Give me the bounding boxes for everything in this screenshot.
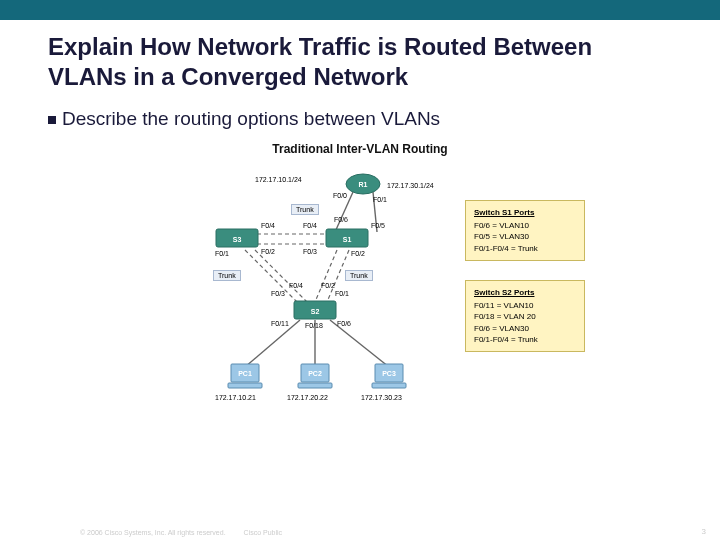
portbox-s2-line: F0/18 = VLAN 20 (474, 311, 576, 322)
pc-icon: PC1 (227, 362, 263, 390)
svg-text:S1: S1 (343, 236, 352, 243)
svg-rect-26 (372, 383, 406, 388)
portbox-s1-line: F0/5 = VLAN30 (474, 231, 576, 242)
bullet-square-icon (48, 116, 56, 124)
pc-icon: PC3 (371, 362, 407, 390)
pc3-ip: 172.17.30.23 (361, 394, 402, 401)
s1-port-tl: F0/4 (303, 222, 317, 229)
switch-icon: S3 (215, 228, 259, 250)
footer-copyright: © 2006 Cisco Systems, Inc. All rights re… (80, 529, 226, 536)
pc-icon: PC2 (297, 362, 333, 390)
diagram-title: Traditional Inter-VLAN Routing (115, 142, 605, 156)
portbox-s2-line: F0/6 = VLAN30 (474, 323, 576, 334)
s2-port-tr: F0/1 (335, 290, 349, 297)
s1-port-br: F0/2 (351, 250, 365, 257)
svg-rect-23 (298, 383, 332, 388)
svg-text:PC1: PC1 (238, 370, 252, 377)
pc2-ip: 172.17.20.22 (287, 394, 328, 401)
s3-port-br: F0/2 (261, 248, 275, 255)
portbox-s1-line: F0/6 = VLAN10 (474, 220, 576, 231)
footer-classification: Cisco Public (244, 529, 283, 536)
trunk-label-right: Trunk (345, 270, 373, 281)
pc3: PC3 (371, 362, 407, 394)
s1-port-up: F0/6 (334, 216, 348, 223)
router-icon: R1 (345, 172, 381, 196)
s2-port-tl: F0/3 (271, 290, 285, 297)
pc2: PC2 (297, 362, 333, 394)
portbox-s2-line: F0/11 = VLAN10 (474, 300, 576, 311)
s2-port-b2: F0/18 (305, 322, 323, 329)
diagram: Traditional Inter-VLAN Routing R1 172.17… (115, 142, 605, 422)
s1-port-tr: F0/5 (371, 222, 385, 229)
svg-line-8 (245, 320, 300, 367)
s2-port-b1: F0/11 (271, 320, 289, 327)
portbox-s1-line: F0/1-F0/4 = Trunk (474, 243, 576, 254)
svg-text:R1: R1 (359, 181, 368, 188)
s2-port-upl: F0/4 (289, 282, 303, 289)
s1-port-bl: F0/3 (303, 248, 317, 255)
footer: © 2006 Cisco Systems, Inc. All rights re… (0, 529, 720, 536)
router-right-net: 172.17.30.1/24 (387, 182, 434, 189)
portbox-s2-header: Switch S2 Ports (474, 287, 576, 298)
s2-port-b3: F0/6 (337, 320, 351, 327)
router-if-right: F0/1 (373, 196, 387, 203)
svg-text:PC2: PC2 (308, 370, 322, 377)
svg-text:S2: S2 (311, 308, 320, 315)
page-title: Explain How Network Traffic is Routed Be… (48, 32, 672, 92)
s3-port-bl: F0/1 (215, 250, 229, 257)
router-if-left: F0/0 (333, 192, 347, 199)
page-number: 3 (702, 527, 706, 536)
svg-line-6 (315, 250, 337, 302)
pc1-ip: 172.17.10.21 (215, 394, 256, 401)
s3-port-tr: F0/4 (261, 222, 275, 229)
portbox-s1-header: Switch S1 Ports (474, 207, 576, 218)
trunk-label-top: Trunk (291, 204, 319, 215)
svg-text:S3: S3 (233, 236, 242, 243)
top-bar (0, 0, 720, 20)
portbox-s2: Switch S2 Ports F0/11 = VLAN10 F0/18 = V… (465, 280, 585, 352)
svg-text:PC3: PC3 (382, 370, 396, 377)
portbox-s1: Switch S1 Ports F0/6 = VLAN10 F0/5 = VLA… (465, 200, 585, 261)
s2-port-upr: F0/2 (321, 282, 335, 289)
bullet-row: Describe the routing options between VLA… (48, 108, 672, 130)
bullet-text: Describe the routing options between VLA… (62, 108, 440, 130)
diagram-stage: R1 172.17.10.1/24 172.17.30.1/24 F0/0 F0… (115, 162, 605, 422)
router-left-net: 172.17.10.1/24 (255, 176, 302, 183)
switch-icon: S1 (325, 228, 369, 250)
svg-line-10 (330, 320, 389, 367)
trunk-label-left: Trunk (213, 270, 241, 281)
portbox-s2-line: F0/1-F0/4 = Trunk (474, 334, 576, 345)
svg-rect-20 (228, 383, 262, 388)
switch-icon: S2 (293, 300, 337, 322)
pc1: PC1 (227, 362, 263, 394)
